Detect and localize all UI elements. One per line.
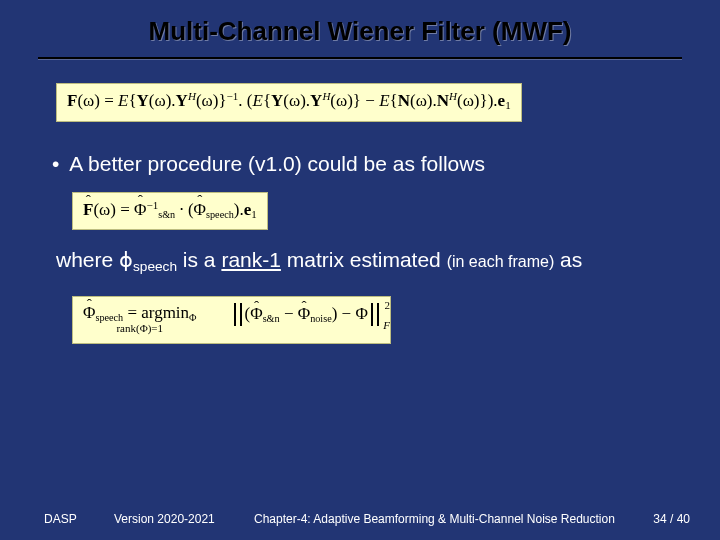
equation-3: Φspeech = argminΦ rank(Φ)=1 (Φs&n − Φnoi… (72, 296, 391, 344)
equation-3-constraint: rank(Φ)=1 (83, 322, 197, 335)
where-line: where ϕspeech is a rank-1 matrix estimat… (56, 248, 676, 274)
equation-1: F(ω) = E{Y(ω).YH(ω)}−1. (E{Y(ω).YH(ω)} −… (56, 83, 522, 122)
where-phi-sub: speech (133, 259, 177, 274)
norm-power: 2 (384, 299, 390, 312)
bullet-1: •A better procedure (v1.0) could be as f… (52, 152, 676, 176)
footer-page: 34 / 40 (630, 512, 690, 526)
where-phi: ϕ (119, 248, 133, 271)
page-title: Multi-Channel Wiener Filter (MWF) (149, 16, 572, 47)
footer-version: Version 2020-2021 (114, 512, 254, 526)
equation-2: F(ω) = Φ−1s&n · (Φspeech).e1 (72, 192, 268, 231)
where-frame: (in each frame) (447, 253, 555, 270)
bullet-1-text: A better procedure (v1.0) could be as fo… (69, 152, 485, 175)
footer: DASP Version 2020-2021 Chapter-4: Adapti… (0, 512, 720, 526)
where-rank: rank-1 (221, 248, 281, 271)
equation-3-box: Φspeech = argminΦ rank(Φ)=1 (Φs&n − Φnoi… (72, 296, 676, 344)
where-post2: as (554, 248, 582, 271)
equation-1-box: F(ω) = E{Y(ω).YH(ω)}−1. (E{Y(ω).YH(ω)} −… (56, 83, 676, 122)
footer-chapter: Chapter-4: Adaptive Beamforming & Multi-… (254, 512, 630, 526)
where-mid: is a (177, 248, 221, 271)
norm-frobenius: F (383, 319, 390, 332)
where-post1: matrix estimated (281, 248, 447, 271)
bullet-dot: • (52, 152, 59, 175)
where-pre: where (56, 248, 119, 271)
equation-2-box: F(ω) = Φ−1s&n · (Φspeech).e1 (72, 192, 676, 231)
footer-left: DASP (44, 512, 114, 526)
